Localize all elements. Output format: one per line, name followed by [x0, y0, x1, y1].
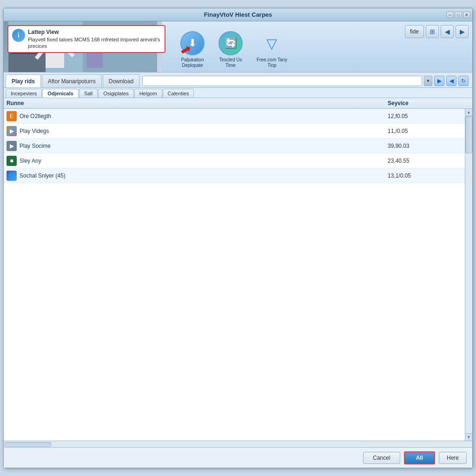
close-button[interactable]: ✕	[463, 12, 470, 18]
search-input[interactable]	[142, 76, 422, 86]
feature-time: 🔄 Tescled UsTime	[218, 31, 243, 68]
maximize-button[interactable]: □	[455, 12, 462, 18]
table-container: Runne Seyvice E Ore O2llegth 12,f0.05 ▶ …	[4, 98, 472, 447]
scrollbar-placeholder	[462, 100, 469, 106]
col-header-name: Runne	[7, 100, 388, 106]
time-icon[interactable]: 🔄	[218, 31, 243, 55]
cancel-button[interactable]: Cancel	[363, 452, 400, 464]
title-bar: FinayVtoV Hiest Carpes ─ □ ✕	[4, 8, 472, 21]
svg-rect-10	[86, 52, 92, 68]
scroll-down-button[interactable]: ▼	[465, 433, 472, 441]
sub-tabs: Incepeviers Odjenicals Sall Osigiplates …	[4, 88, 472, 98]
minimize-button[interactable]: ─	[446, 12, 454, 18]
row-icon-1: E	[7, 111, 17, 121]
horizontal-scrollbar[interactable]	[4, 441, 472, 447]
row-service-2: 11,/0.05	[388, 128, 462, 134]
scroll-track-empty	[465, 153, 472, 433]
sub-tab-osigiplates[interactable]: Osigiplates	[98, 89, 133, 98]
all-button[interactable]: All	[404, 451, 435, 464]
notification-icon: i	[12, 29, 25, 42]
bottom-bar: Cancel All Here	[4, 447, 472, 468]
row-name-1: Ore O2llegth	[20, 113, 388, 119]
notification-title: Lattep View	[28, 29, 161, 36]
scroll-thumb[interactable]	[465, 116, 472, 153]
row-name-3: Play Socime	[20, 143, 388, 149]
table-body: E Ore O2llegth 12,f0.05 ▶ Play Videgs 11…	[4, 109, 465, 441]
row-icon-3: ▶	[7, 141, 17, 151]
row-service-1: 12,f0.05	[388, 113, 462, 119]
grid-view-button[interactable]: ⊞	[426, 25, 439, 38]
notification-text: Lattep View Playvell fixed taloes MCMS 1…	[28, 29, 161, 49]
search-dropdown-button[interactable]: ▼	[424, 76, 432, 86]
here-button[interactable]: Here	[439, 452, 467, 464]
table-row[interactable]: E Ore O2llegth 12,f0.05	[4, 109, 465, 124]
row-name-5: Sochal Snlyer (45)	[20, 172, 388, 179]
row-name-4: Sley Any	[20, 158, 388, 164]
table-row[interactable]: ■ Sley Any 23,40.55	[4, 153, 465, 168]
table-header: Runne Seyvice	[4, 98, 472, 109]
window-title: FinayVtoV Hiest Carpes	[204, 11, 272, 18]
scroll-up-button[interactable]: ▲	[465, 109, 472, 116]
row-name-2: Play Videgs	[20, 128, 388, 134]
feature-filter: ▽ Free.com TanyTiop	[257, 31, 287, 68]
feature-icons-area: ⬇ PaljukationDeplopate 🔄 Tescled UsTime …	[180, 31, 287, 68]
svg-rect-11	[97, 52, 103, 68]
notification-box: i Lattep View Playvell fixed taloes MCMS…	[7, 25, 165, 53]
main-window: FinayVtoV Hiest Carpes ─ □ ✕	[3, 8, 473, 468]
filter-label: Free.com TanyTiop	[257, 57, 287, 68]
sub-tab-helgom[interactable]: Helgom	[134, 89, 162, 98]
row-service-3: 39,90.03	[388, 143, 462, 149]
col-header-service: Seyvice	[388, 100, 462, 106]
table-row[interactable]: ▶ Play Socime 39,90.03	[4, 139, 465, 153]
notification-description: Playvell fixed taloes MCMS 168 rnfreted …	[28, 36, 161, 50]
sub-tab-odjenicals[interactable]: Odjenicals	[42, 89, 79, 98]
banner-area: i Lattep View Playvell fixed taloes MCMS…	[4, 21, 472, 73]
row-icon-2: ▶	[7, 126, 17, 136]
tab-aftor[interactable]: Aftor Manaripoturrs	[42, 74, 102, 87]
table-row[interactable]: 🌐 Sochal Snlyer (45) 13,1/0.05	[4, 168, 465, 183]
hide-button[interactable]: fide	[405, 25, 424, 38]
sub-tab-sall[interactable]: Sall	[79, 89, 98, 98]
sub-tab-incepeviers[interactable]: Incepeviers	[6, 89, 42, 98]
filter-icon[interactable]: ▽	[260, 31, 284, 55]
row-service-4: 23,40.55	[388, 158, 462, 164]
row-icon-5: 🌐	[7, 171, 17, 181]
vertical-scrollbar[interactable]: ▲ ▼	[465, 109, 472, 441]
time-label: Tescled UsTime	[219, 57, 242, 68]
table-row[interactable]: ▶ Play Videgs 11,/0.05	[4, 124, 465, 139]
back-button[interactable]: ◀	[441, 25, 454, 38]
tab-play-rids[interactable]: Play rids	[6, 74, 41, 87]
nav-forward-button[interactable]: ▶	[434, 76, 444, 86]
banner-toolbar: fide ⊞ ◀ ▶	[405, 25, 469, 38]
forward-button[interactable]: ▶	[456, 25, 469, 38]
h-scroll-thumb[interactable]	[5, 442, 51, 447]
nav-refresh-button[interactable]: ↻	[458, 76, 469, 86]
nav-back-button[interactable]: ◀	[446, 76, 456, 86]
row-service-5: 13,1/0.05	[388, 172, 462, 179]
title-controls: ─ □ ✕	[446, 12, 470, 18]
row-icon-4: ■	[7, 156, 17, 166]
sub-tab-calenties[interactable]: Calenties	[163, 89, 194, 98]
main-tabs: Play rids Aftor Manaripoturrs Download ▼…	[4, 73, 472, 88]
tab-download[interactable]: Download	[103, 74, 139, 87]
